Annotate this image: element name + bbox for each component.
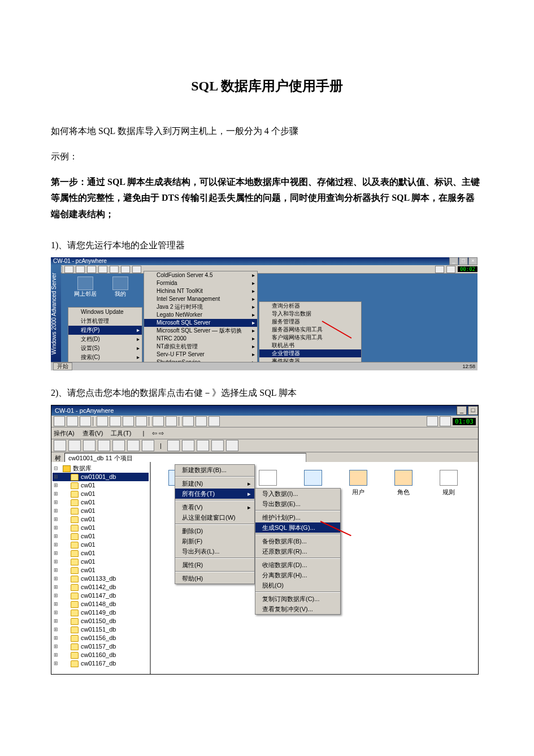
program-item[interactable]: Java 2 运行时环境▸ [144,303,257,311]
toolbar-btn[interactable] [97,416,108,426]
tree-db[interactable]: cw01 [53,498,149,507]
tree-db[interactable]: cw01150_db [53,617,149,625]
start-item[interactable]: 计算机管理 [68,317,142,326]
toolbar-btn[interactable] [446,266,455,273]
task-detach[interactable]: 分离数据库(H)... [255,570,340,580]
toolbar-btn[interactable] [132,266,141,273]
menu-new[interactable]: 新建(N)▸ [175,478,254,489]
toolbar-btn[interactable] [197,440,209,451]
desktop-icon[interactable]: 我的 [108,277,132,298]
sql-item[interactable]: 导入和导出数据 [259,310,361,318]
program-item[interactable]: NT虚拟主机管理▸ [144,343,257,351]
toolbar-btn[interactable] [226,440,238,451]
toolbar-btn[interactable] [427,416,438,426]
tree-db[interactable]: cw01142_db [53,583,149,591]
program-item[interactable]: ColdFusion Server 4.5▸ [144,271,257,279]
menu-properties[interactable]: 属性(R) [175,560,254,570]
menu-export-list[interactable]: 导出列表(L)... [175,546,254,556]
tree-db-selected[interactable]: cw01001_db [53,473,149,481]
program-item[interactable]: Microsoft SQL Server — 版本切换▸ [144,327,257,335]
menu-action[interactable]: 操作(A) [54,429,75,438]
start-item-settings[interactable]: 设置(S)▸ [68,344,142,353]
menu-tools[interactable]: 工具(T) [111,429,131,438]
toolbar-btn[interactable] [211,440,224,451]
tree-db[interactable]: cw01 [53,490,149,498]
tree-db[interactable]: cw01151_db [53,625,149,634]
tree-db[interactable]: cw01 [53,481,149,490]
toolbar-btn[interactable] [167,440,180,451]
tree-db[interactable]: cw01 [53,558,149,566]
tree-db[interactable]: cw01147_db [53,591,149,600]
toolbar-btn[interactable] [166,416,177,426]
toolbar-btn[interactable] [54,440,66,451]
sql-item[interactable]: 服务管理器 [259,318,361,326]
toolbar-btn[interactable] [153,416,164,426]
toolbar-btn[interactable] [182,440,194,451]
menu-view[interactable]: 查看(V)▸ [175,502,254,512]
tree-db[interactable]: cw01156_db [53,634,149,642]
toolbar-btn[interactable] [68,440,81,451]
tree-db[interactable]: cw01 [53,549,149,558]
menu-all-tasks[interactable]: 所有任务(T)▸ [175,489,254,499]
toolbar-btn[interactable] [127,440,140,451]
task-import[interactable]: 导入数据(I)... [255,489,340,499]
menu-help[interactable]: 帮助(H) [175,573,254,584]
toolbar-btn[interactable] [435,266,444,273]
toolbar-btn[interactable] [110,416,121,426]
task-shrink[interactable]: 收缩数据库(D)... [255,560,340,570]
item-rule[interactable]: 规则 [436,470,462,496]
sql-item-enterprise-manager[interactable]: 企业管理器 [259,349,361,357]
task-copy-sub[interactable]: 复制订阅数据库(C)... [255,594,340,604]
start-item-search[interactable]: 搜索(C)▸ [68,353,142,362]
desktop-icon[interactable]: 网上邻居 [73,277,97,298]
program-item[interactable]: Hichina NT ToolKit▸ [144,287,257,295]
maximize-button[interactable]: □ [468,406,478,415]
program-item[interactable]: Formida▸ [144,279,257,287]
toolbar-btn[interactable] [98,440,110,451]
task-maint[interactable]: 维护计划(P)... [255,512,340,522]
start-item[interactable]: Windows Update [68,308,142,317]
tree-db[interactable]: cw01 [53,524,149,532]
tree-db[interactable]: cw01 [53,566,149,574]
toolbar-btn[interactable] [67,416,78,426]
tree-db[interactable]: cw01 [53,507,149,515]
toolbar-btn[interactable] [196,416,207,426]
toolbar-btn[interactable] [98,266,107,273]
sql-item[interactable]: 客户端网络实用工具 [259,334,361,342]
item-user[interactable]: 用户 [345,470,371,496]
program-item[interactable]: Serv-U FTP Server▸ [144,351,257,358]
toolbar-btn[interactable] [83,440,95,451]
task-export[interactable]: 导出数据(E)... [255,499,340,509]
tree-db[interactable]: cw01149_db [53,608,149,617]
menu-new-window[interactable]: 从这里创建窗口(W) [175,512,254,522]
sql-item[interactable]: 联机丛书 [259,342,361,349]
sql-item[interactable]: 服务器网络实用工具 [259,326,361,334]
toolbar-btn[interactable] [121,266,130,273]
minimize-button[interactable]: _ [449,257,458,265]
toolbar-btn[interactable] [136,416,147,426]
start-item-documents[interactable]: 文档(D)▸ [68,335,142,344]
tree-db[interactable]: cw01160_db [53,651,149,659]
toolbar-btn[interactable] [76,266,85,273]
toolbar-btn[interactable] [54,416,65,426]
close-button[interactable]: × [468,257,477,265]
toolbar-btn[interactable] [110,266,119,273]
toolbar-btn[interactable] [142,440,154,451]
toolbar-btn[interactable] [123,416,134,426]
start-button[interactable]: 开始 [53,362,72,370]
sql-item[interactable]: 查询分析器 [259,302,361,310]
program-item[interactable]: NTRC 2000▸ [144,335,257,343]
menu-delete[interactable]: 删除(D) [175,526,254,536]
task-restore[interactable]: 还原数据库(R)... [255,546,340,556]
menu-new-db[interactable]: 新建数据库(B)... [175,465,254,475]
toolbar-btn[interactable] [112,440,125,451]
item-role[interactable]: 角色 [390,470,416,496]
task-offline[interactable]: 脱机(O) [255,580,340,590]
program-item[interactable]: Legato NetWorker▸ [144,311,257,319]
toolbar-btn[interactable] [64,266,73,273]
task-view-conflict[interactable]: 查看复制冲突(V)... [255,604,340,614]
menu-view[interactable]: 查看(V) [83,429,103,438]
tree-db[interactable]: cw01148_db [53,600,149,608]
program-item-sqlserver[interactable]: Microsoft SQL Server▸ [144,319,257,327]
minimize-button[interactable]: _ [457,406,467,415]
